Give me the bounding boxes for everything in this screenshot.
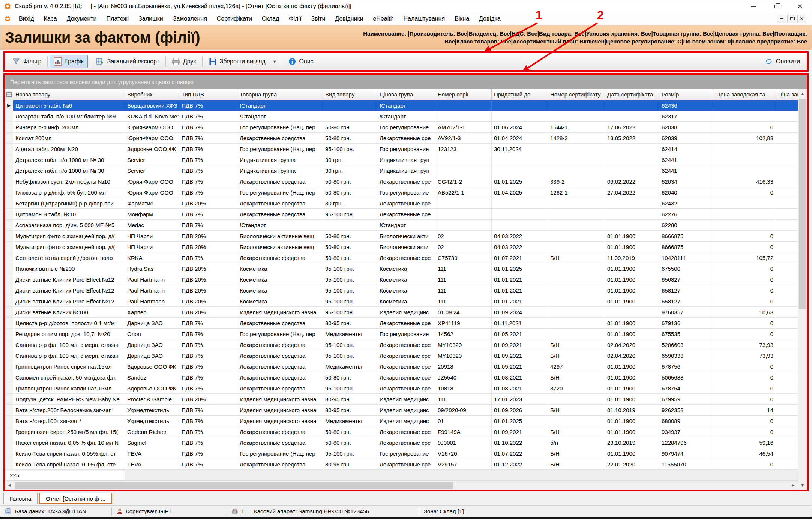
table-row[interactable]: Назол спрей назал. 0,05 % фл. 10 мл NSag… [5,437,798,448]
table-row[interactable]: Сангива р-р фл. 100 мл, с мерн. стаканДа… [5,350,798,361]
export-button[interactable]: Загальний експорт [92,55,164,68]
menu-item-stocks[interactable]: Залишки [134,12,168,25]
column-header-price-group[interactable]: Цінова група [377,89,435,100]
chart-button[interactable]: Графік [50,55,87,68]
menu-item-orders[interactable]: Замовлення [168,12,212,25]
table-row[interactable]: Подгузн. детск. PAMPERS New Baby NeProct… [5,394,798,405]
column-header-vat-type[interactable]: Тип ПДВ [179,89,237,100]
menu-item-exit[interactable]: Вихід [14,12,39,25]
table-row[interactable]: Ксило-Тева спрей назал. 0,1% фл. стеTEVA… [5,459,798,470]
table-cell: Дарница ЗАО [125,339,179,350]
column-header-purchase-price[interactable]: Ціна зак [776,89,798,100]
menu-item-certificates[interactable]: Сертифікати [212,12,257,25]
vertical-scroll-thumb[interactable] [799,99,806,309]
menu-item-help[interactable]: Довідка [474,12,506,25]
table-cell [776,220,798,230]
column-header-certificate-number[interactable]: Номер сертифікату [548,89,605,100]
table-cell: Косметика [377,274,435,285]
column-header-product-group[interactable]: Товарна група [237,89,323,100]
menu-item-branches[interactable]: Філії [284,12,306,25]
scroll-up-arrow[interactable]: ▲ [798,89,807,98]
table-row[interactable]: Гриппоцитрон Ринос спрей наз.15млЗдоровь… [5,361,798,372]
table-row[interactable]: Вата н/стер.100г зиг-заг *Укрмедтекстиль… [5,416,798,426]
column-header-expiry-date[interactable]: Придатний до [492,89,548,100]
restore-button[interactable] [765,0,788,12]
vertical-scroll-track[interactable] [798,98,807,481]
table-row[interactable]: Вата н/стер.200г Белоснежка зиг-заг 'Укр… [5,405,798,416]
column-header-manufacturer[interactable]: Виробник [125,89,179,100]
row-indicator [5,383,13,393]
table-cell: 80-95 грн. [323,459,377,470]
scroll-down-arrow[interactable]: ▼ [798,481,807,490]
column-header-name[interactable]: Назва товару [13,89,125,100]
menu-item-directories[interactable]: Довідники [330,12,368,25]
table-row[interactable]: Саномен спрей назал. 50 мкг/доза фл.Sand… [5,372,798,383]
table-row[interactable]: Аспарагиназа пор. д/ин. 5 000 МЕ №5Medac… [5,220,798,231]
table-cell: ПДВ 20% [179,263,237,274]
menu-item-warehouse[interactable]: Склад [257,12,284,25]
menu-item-documents[interactable]: Документи [62,12,102,25]
table-row[interactable]: Рингера р-р инф. 200млЮрия-Фарм ОООПДВ 7… [5,122,798,133]
menu-item-ehealth[interactable]: eHealth [368,12,398,25]
mdi-restore-button[interactable] [787,15,796,23]
scroll-left-arrow[interactable]: ◄ [5,481,14,490]
table-row[interactable]: Септолете тотал спрей д/ротов. полоKRKAП… [5,252,798,263]
table-row[interactable]: Диски ватные Клиник Pure Effect №12Paul … [5,274,798,285]
column-header-series-number[interactable]: Номер серії [435,89,492,100]
table-row[interactable]: Мультигрип фито с эхинацеей пор. д/(ЧП Ч… [5,231,798,242]
table-row[interactable]: Диски ватные Клиник Pure Effect №12Paul … [5,296,798,307]
table-row[interactable]: Ацетал табл. 200мг N20Здоровье ООО ФКПДВ… [5,144,798,154]
group-by-panel[interactable]: Перетягніть заголовок колонки сюди для у… [5,75,807,89]
menu-item-settings[interactable]: Налаштування [399,12,450,25]
scroll-right-arrow[interactable]: ► [789,481,798,490]
table-cell: ПДВ 7% [179,165,237,176]
vertical-scrollbar[interactable]: ▲ ▼ [798,89,807,490]
close-button[interactable]: × [788,0,812,12]
table-row[interactable]: Гропринозин сироп 250 мг/5 мл фл. 15(Ged… [5,426,798,437]
table-row[interactable]: Лозартан табл. п/о 100 мг блистер №9KRKA… [5,111,798,122]
table-row[interactable]: Целиста р-р д/ротов. полости 0,1 мг/мДар… [5,318,798,328]
column-header-certificate-date[interactable]: Дата сертифіката [605,89,659,100]
menu-item-reports[interactable]: Звіти [306,12,330,25]
table-row[interactable]: Палочки ватные №200Hydra SasПДВ 20%Косме… [5,263,798,274]
table-row[interactable]: Глюкоза р-р д/инф. 5% бут. 200 млЮрия-Фа… [5,187,798,198]
table-row[interactable]: Бетаргин (цитраргинин) р-р д/пер.приФарм… [5,198,798,209]
column-header-factory-price[interactable]: Цена заводская-та [714,89,776,100]
description-button[interactable]: Опис [284,55,318,68]
tab-report[interactable]: Отчет [Остатки по ф ... [39,493,112,504]
minimize-button[interactable] [742,0,765,12]
table-row[interactable]: Небуфлюзон сусп. 2мл небулы №10Юрия-Фарм… [5,176,798,187]
table-row[interactable]: Детралекс табл. п/о 1000 мг № 30ServierП… [5,165,798,176]
tab-home[interactable]: Головна [3,493,38,504]
horizontal-scroll-thumb[interactable] [15,482,453,489]
menu-item-payments[interactable]: Платежі [102,12,134,25]
horizontal-scrollbar[interactable]: ◄ ► [5,480,798,490]
table-cell: 01.01.2025 [492,416,548,426]
table-row[interactable]: Детралекс табл. п/о 1000 мг № 30ServierП… [5,154,798,165]
save-view-button[interactable]: Зберегти вигляд [204,55,270,68]
menu-item-windows[interactable]: Вікна [450,12,474,25]
mdi-close-button[interactable]: × [797,15,806,23]
column-header-size[interactable]: Розмір [659,89,714,100]
table-cell: ПДВ 7% [179,459,237,470]
table-cell [435,209,492,219]
table-row[interactable]: Цитрамон В табл. №10МонфармПДВ 7%Лекарст… [5,209,798,220]
column-header-goods-kind[interactable]: Вид товару [323,89,377,100]
save-view-dropdown-button[interactable]: ▼ [270,53,280,70]
table-cell: 01.01.2021 [492,296,548,306]
table-row[interactable]: Мультигрип фито с эхинацеей пор. д/(ЧП Ч… [5,242,798,252]
menu-item-cash[interactable]: Каса [39,12,62,25]
refresh-button[interactable]: Оновити [761,55,804,68]
table-row[interactable]: Диски ватные Клиник №100ХарперПДВ 20%Изд… [5,307,798,318]
table-row[interactable]: Диски ватные Клиник Pure Effect №12Paul … [5,285,798,296]
print-button[interactable]: Друк [168,55,200,68]
table-row[interactable]: Регидрон оптим пор. доз. 10,7г №20OrionП… [5,328,798,339]
table-row[interactable]: Сангива р-р фл. 100 мл, с мерн. стаканДа… [5,339,798,350]
cash-register-label: Касовий апарат: Samsung ER-350 №123456 [254,508,369,514]
table-row[interactable]: Ксилат 200млЮрия-Фарм ОООПДВ 7%Лекарстве… [5,133,798,144]
mdi-minimize-button[interactable] [777,15,786,23]
table-row[interactable]: Гриппоцитрон Ринос капли наз.15млЗдоровь… [5,383,798,394]
table-row[interactable]: Ксило-Тева спрей назал. 0,05% фл. стTEVA… [5,448,798,459]
table-row[interactable]: ▶Цитрамон 5 табл. №6Борщаговский ХФЗПДВ … [5,100,798,111]
filter-button[interactable]: Фільтр [8,55,45,68]
